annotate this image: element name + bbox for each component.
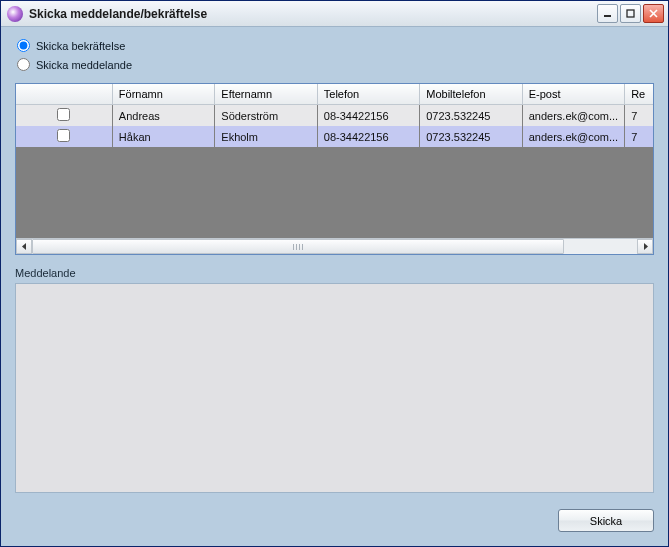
- cell-lastname: Söderström: [215, 105, 317, 127]
- col-mobile[interactable]: Mobiltelefon: [420, 84, 522, 105]
- scroll-left-button[interactable]: [16, 239, 32, 254]
- dialog-actions: Skicka: [15, 509, 654, 532]
- titlebar[interactable]: Skicka meddelande/bekräftelse: [1, 1, 668, 27]
- scroll-thumb[interactable]: [32, 239, 564, 254]
- cell-lastname: Ekholm: [215, 126, 317, 147]
- svg-marker-5: [644, 243, 648, 250]
- message-textarea[interactable]: [15, 283, 654, 493]
- close-button[interactable]: [643, 4, 664, 23]
- radio-message[interactable]: [17, 58, 30, 71]
- col-lastname[interactable]: Efternamn: [215, 84, 317, 105]
- window-title: Skicka meddelande/bekräftelse: [29, 7, 597, 21]
- send-button[interactable]: Skicka: [558, 509, 654, 532]
- maximize-button[interactable]: [620, 4, 641, 23]
- option-send-message[interactable]: Skicka meddelande: [15, 58, 654, 71]
- col-email[interactable]: E-post: [522, 84, 624, 105]
- cell-mobile: 0723.532245: [420, 105, 522, 127]
- app-icon: [7, 6, 23, 22]
- cell-phone: 08-34422156: [317, 105, 419, 127]
- row-checkbox[interactable]: [57, 108, 70, 121]
- table-row[interactable]: Andreas Söderström 08-34422156 0723.5322…: [16, 105, 653, 127]
- table-header-row: Förnamn Efternamn Telefon Mobiltelefon E…: [16, 84, 653, 105]
- cell-firstname: Andreas: [112, 105, 214, 127]
- option-send-confirmation[interactable]: Skicka bekräftelse: [15, 39, 654, 52]
- dialog-content: Skicka bekräftelse Skicka meddelande För…: [1, 27, 668, 546]
- minimize-button[interactable]: [597, 4, 618, 23]
- cell-email: anders.ek@com...: [522, 105, 624, 127]
- scroll-track[interactable]: [32, 239, 637, 254]
- col-phone[interactable]: Telefon: [317, 84, 419, 105]
- cell-mobile: 0723.532245: [420, 126, 522, 147]
- table-row[interactable]: Håkan Ekholm 08-34422156 0723.532245 and…: [16, 126, 653, 147]
- col-check[interactable]: [16, 84, 112, 105]
- svg-rect-1: [627, 10, 634, 17]
- cell-extra: 7: [625, 126, 653, 147]
- recipients-grid: Förnamn Efternamn Telefon Mobiltelefon E…: [15, 83, 654, 255]
- radio-confirmation[interactable]: [17, 39, 30, 52]
- svg-marker-4: [22, 243, 26, 250]
- col-extra[interactable]: Re: [625, 84, 653, 105]
- window-controls: [597, 4, 664, 23]
- col-firstname[interactable]: Förnamn: [112, 84, 214, 105]
- cell-firstname: Håkan: [112, 126, 214, 147]
- row-checkbox[interactable]: [57, 129, 70, 142]
- scroll-right-button[interactable]: [637, 239, 653, 254]
- cell-extra: 7: [625, 105, 653, 127]
- cell-email: anders.ek@com...: [522, 126, 624, 147]
- horizontal-scrollbar[interactable]: [16, 238, 653, 254]
- message-label: Meddelande: [15, 267, 654, 279]
- recipients-table: Förnamn Efternamn Telefon Mobiltelefon E…: [16, 84, 653, 147]
- radio-message-label[interactable]: Skicka meddelande: [36, 59, 132, 71]
- dialog-window: Skicka meddelande/bekräftelse Skicka bek…: [0, 0, 669, 547]
- cell-phone: 08-34422156: [317, 126, 419, 147]
- radio-confirmation-label[interactable]: Skicka bekräftelse: [36, 40, 125, 52]
